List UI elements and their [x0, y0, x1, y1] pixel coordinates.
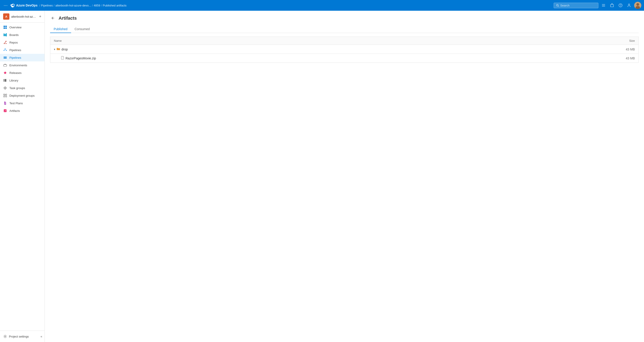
- pipelines-label: Pipelines: [10, 56, 21, 59]
- topnav: ⋯ Azure DevOps / Pipelines / alterbooth-…: [0, 0, 644, 11]
- breadcrumb: / Pipelines / alterbooth-hol-azure-devo.…: [39, 4, 552, 7]
- sidebar-item-pipelines-parent[interactable]: Pipelines: [0, 46, 44, 54]
- table-row-file: RazorPagesMovie.zip 43 MB: [50, 54, 639, 63]
- test-plans-label: Test Plans: [10, 102, 23, 105]
- tab-consumed[interactable]: Consumed: [71, 25, 94, 33]
- deploymentgroups-icon: [3, 94, 7, 98]
- svg-rect-33: [5, 79, 6, 82]
- sidebar-item-test-plans[interactable]: Test Plans: [0, 99, 44, 107]
- folder-name-cell: ▾ drop: [50, 45, 492, 54]
- table-row-folder: ▾ drop 43 MB: [50, 45, 639, 54]
- file-name[interactable]: RazorPagesMovie.zip: [66, 56, 96, 60]
- search-icon: [556, 4, 559, 7]
- sidebar-footer: Project settings «: [0, 331, 44, 342]
- folder-name[interactable]: drop: [62, 47, 68, 51]
- content-area: Artifacts Published Consumed Name Size: [45, 11, 644, 342]
- svg-line-25: [4, 49, 5, 50]
- file-icon: [61, 56, 64, 60]
- svg-line-26: [5, 49, 6, 50]
- svg-point-24: [6, 50, 7, 51]
- svg-rect-29: [4, 64, 7, 66]
- task-groups-label: Task groups: [10, 86, 25, 90]
- nav-settings-icon[interactable]: [600, 2, 607, 9]
- sidebar-item-pipelines[interactable]: Pipelines: [0, 54, 44, 61]
- releases-label: Releases: [10, 71, 22, 75]
- sidebar-item-overview[interactable]: Overview: [0, 23, 44, 31]
- back-button[interactable]: [50, 15, 56, 21]
- page-title: Artifacts: [58, 16, 77, 21]
- artifacts-label: Artifacts: [10, 109, 20, 113]
- folder-size: 43 MB: [492, 45, 639, 54]
- sidebar-item-environments[interactable]: Environments: [0, 61, 44, 69]
- user-avatar[interactable]: [634, 2, 641, 9]
- tab-published[interactable]: Published: [50, 25, 71, 33]
- breadcrumb-current: Published artifacts: [103, 4, 126, 7]
- file-name-cell: RazorPagesMovie.zip: [50, 54, 492, 63]
- svg-rect-16: [4, 33, 4, 36]
- sidebar-project[interactable]: A alterbooth-hol-azure-... +: [0, 11, 44, 22]
- sidebar-project-settings[interactable]: Project settings: [0, 333, 38, 340]
- app-name: Azure DevOps: [16, 3, 38, 7]
- sidebar-item-repos[interactable]: Repos: [0, 39, 44, 46]
- svg-rect-32: [4, 79, 5, 82]
- environments-label: Environments: [10, 64, 27, 67]
- search-input[interactable]: [560, 4, 596, 7]
- topnav-actions: [554, 2, 641, 9]
- sidebar-item-boards[interactable]: Boards: [0, 31, 44, 39]
- sidebar: A alterbooth-hol-azure-... + Overview: [0, 11, 45, 342]
- tabs: Published Consumed: [50, 25, 639, 33]
- sidebar-item-task-groups[interactable]: Task groups: [0, 84, 44, 92]
- col-size: Size: [492, 37, 639, 45]
- svg-line-1: [558, 6, 559, 6]
- svg-point-0: [556, 4, 558, 6]
- topnav-menu-icon[interactable]: ⋯: [3, 2, 8, 9]
- nav-shopping-icon[interactable]: [609, 2, 616, 9]
- artifacts-icon: [3, 109, 7, 113]
- pipelines-icon: [3, 48, 7, 52]
- sidebar-collapse-btn[interactable]: «: [38, 333, 44, 340]
- repos-label: Repos: [10, 41, 18, 44]
- settings-icon: [3, 335, 7, 339]
- taskgroups-icon: [3, 86, 7, 90]
- sidebar-item-releases[interactable]: Releases: [0, 69, 44, 77]
- sidebar-item-library[interactable]: Library: [0, 77, 44, 84]
- svg-rect-51: [4, 109, 6, 112]
- svg-rect-13: [5, 26, 7, 27]
- main-content: Artifacts Published Consumed Name Size: [45, 11, 644, 342]
- svg-rect-14: [4, 27, 5, 29]
- add-project-icon[interactable]: +: [39, 14, 41, 19]
- pipelines-parent-label: Pipelines: [10, 48, 21, 52]
- svg-point-22: [5, 48, 6, 49]
- breadcrumb-project[interactable]: alterbooth-hol-azure-devo...: [56, 4, 91, 7]
- search-box[interactable]: [554, 3, 598, 8]
- svg-rect-43: [6, 96, 7, 97]
- nav-help-icon[interactable]: [617, 2, 624, 9]
- sidebar-item-artifacts[interactable]: Artifacts: [0, 107, 44, 115]
- library-icon: [3, 78, 7, 82]
- breadcrumb-build-id[interactable]: 4859: [94, 4, 100, 7]
- svg-rect-31: [4, 79, 4, 82]
- repos-icon: [3, 40, 7, 44]
- col-name: Name: [50, 37, 492, 45]
- overview-label: Overview: [10, 26, 22, 29]
- app-logo[interactable]: Azure DevOps: [10, 3, 38, 7]
- svg-rect-42: [4, 96, 5, 97]
- svg-point-21: [6, 43, 6, 44]
- svg-rect-30: [4, 64, 6, 64]
- sidebar-item-deployment-groups[interactable]: Deployment groups: [0, 92, 44, 99]
- library-label: Library: [10, 79, 18, 82]
- expand-chevron-icon[interactable]: ▾: [54, 48, 55, 51]
- boards-label: Boards: [10, 33, 18, 37]
- boards-icon: [3, 33, 7, 37]
- breadcrumb-pipelines[interactable]: Pipelines: [41, 4, 53, 7]
- svg-rect-18: [6, 33, 7, 36]
- svg-point-23: [4, 50, 4, 51]
- svg-point-7: [620, 6, 621, 6]
- layout: A alterbooth-hol-azure-... + Overview: [0, 11, 644, 342]
- page-header: Artifacts: [50, 15, 639, 21]
- nav-user-icon[interactable]: [626, 2, 632, 9]
- svg-rect-5: [610, 4, 614, 7]
- svg-rect-28: [4, 58, 7, 58]
- project-name: alterbooth-hol-azure-...: [11, 15, 37, 18]
- environments-icon: [3, 63, 7, 67]
